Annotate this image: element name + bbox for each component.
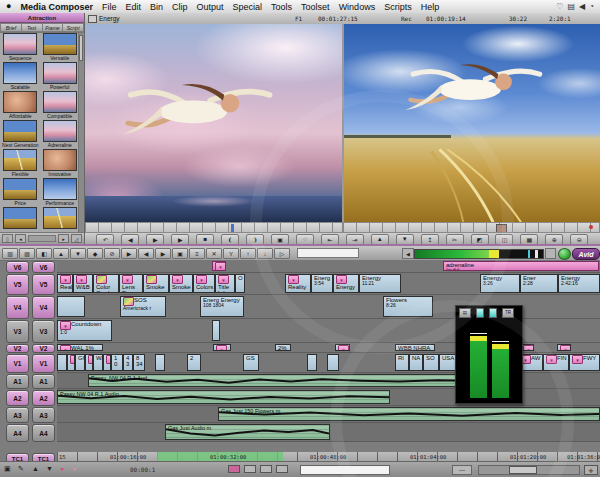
record-track-button-a4[interactable]: A4 <box>32 424 55 442</box>
clock-icon[interactable]: ◔ <box>589 2 594 11</box>
effect-icon[interactable]: ▾ <box>122 275 133 284</box>
remove-effect-icon[interactable]: ⊘ <box>104 248 120 259</box>
record-track-button-v2[interactable]: V2 <box>32 344 55 353</box>
effect-icon[interactable]: ▾ <box>572 355 583 364</box>
bin-footer-scrollbar[interactable] <box>28 235 56 242</box>
source-track-button-a3[interactable]: A3 <box>6 407 29 423</box>
bin-clip-item-13[interactable] <box>42 207 79 233</box>
meter-menu-arrow-icon[interactable]: ◀ <box>402 248 414 259</box>
bin-title-bar[interactable]: Attraction <box>0 13 84 23</box>
splice-in-icon[interactable]: ▲ <box>371 234 389 245</box>
status-green-light[interactable] <box>558 248 571 260</box>
timeline-clip[interactable]: Smoke <box>143 274 169 293</box>
timeline-clip[interactable]: ▾Smoke <box>169 274 193 293</box>
bin-clip-price[interactable]: Price <box>2 178 39 207</box>
effect-mode-icon[interactable]: ▦ <box>520 234 538 245</box>
collapse-icon[interactable]: ≡ <box>189 248 205 259</box>
timeline-clip[interactable]: Passy NW 04 R.1 Audio <box>57 390 390 404</box>
clip-thumbnail[interactable] <box>43 207 77 229</box>
timeline-clip[interactable]: GUN <box>75 354 85 371</box>
lift-icon[interactable]: ↥ <box>421 234 439 245</box>
bin-resize-icon[interactable]: ◿ <box>71 234 82 243</box>
segment-lift-icon[interactable]: ▥ <box>2 248 18 259</box>
menu-file[interactable]: File <box>102 2 117 12</box>
timeline-clip[interactable]: Energy11:21 <box>359 274 401 293</box>
toggle-3-button[interactable] <box>276 465 288 473</box>
splice-icon[interactable]: ▲ <box>53 248 69 259</box>
toggle-2-button[interactable] <box>260 465 272 473</box>
clear-marks-icon[interactable]: ◌ <box>296 234 314 245</box>
apple-menu-icon[interactable]: ● <box>6 2 11 11</box>
step-forward-icon[interactable]: ▶ <box>146 234 164 245</box>
timeline-clip[interactable]: RI <box>395 354 409 371</box>
play-icon[interactable]: ▶ <box>121 248 137 259</box>
timeline-clip[interactable]: ▾Colors <box>193 274 215 293</box>
clip-thumbnail[interactable] <box>3 149 37 171</box>
source-position-indicator[interactable] <box>231 224 234 232</box>
clip-thumbnail[interactable] <box>43 62 77 84</box>
timeline-scroll-thumb[interactable] <box>509 466 537 474</box>
timeline-clip[interactable]: SO <box>423 354 439 371</box>
menu-special[interactable]: Special <box>233 2 263 12</box>
timeline-clip[interactable]: Flowers8:26 <box>383 296 433 317</box>
play-icon[interactable]: ▶ <box>171 234 189 245</box>
clip-thumbnail[interactable] <box>43 91 77 113</box>
menu-scripts[interactable]: Scripts <box>384 2 412 12</box>
bin-clip-scalable[interactable]: Scalable <box>2 62 39 91</box>
effect-icon[interactable]: ▾ <box>546 355 557 364</box>
mark-in-icon[interactable]: ❨ <box>221 234 239 245</box>
source-track-button-v6[interactable]: V6 <box>6 261 29 273</box>
overwrite-icon[interactable]: ▼ <box>396 234 414 245</box>
source-track-button-v1[interactable]: V1 <box>6 354 29 373</box>
timeline-clip[interactable] <box>327 354 339 371</box>
timeline-clip[interactable]: ▾WAL 1% <box>57 344 103 351</box>
bin-tab-script[interactable]: Script <box>63 23 84 32</box>
meter-menu-icon[interactable]: ▤ <box>459 308 471 318</box>
timeline-clip[interactable]: Passy_NW 04 R.1 Aud <box>88 374 478 387</box>
timeline-clip[interactable]: WBB NHRA <box>395 344 435 351</box>
source-track-button-v5[interactable]: V5 <box>6 274 29 295</box>
step-back-icon[interactable]: ◀ <box>121 234 139 245</box>
clip-thumbnail[interactable] <box>43 120 77 142</box>
record-track-button-a1[interactable]: A1 <box>32 374 55 389</box>
app-title[interactable]: Media Composer <box>20 2 93 12</box>
menu-bin[interactable]: Bin <box>150 2 163 12</box>
bin-scroll-thumb[interactable] <box>79 35 83 61</box>
menu-help[interactable]: Help <box>421 2 440 12</box>
record-track-button-v1[interactable]: V1 <box>32 354 55 373</box>
triangle-down-icon[interactable]: ▼ <box>46 465 53 472</box>
bin-tab-frame[interactable]: Frame <box>43 23 64 32</box>
bin-clip-compatible[interactable]: Compatible <box>42 91 79 120</box>
meter-right-indicator[interactable] <box>489 308 497 318</box>
source-track-button-a2[interactable]: A2 <box>6 390 29 406</box>
fork-icon[interactable]: Y <box>223 248 239 259</box>
trim-mode-icon[interactable]: ◫ <box>495 234 513 245</box>
delete-icon[interactable]: ✕ <box>206 248 222 259</box>
timeline-clip[interactable]: Energy3:26 <box>480 274 520 293</box>
timeline-clip[interactable]: 2% <box>275 344 291 351</box>
timeline-clip[interactable]: Gas Just 150 Flowers m <box>218 407 600 421</box>
bin-clip-versatile[interactable]: Versatile <box>42 33 79 62</box>
timeline-clip[interactable]: Color Grad <box>93 274 119 293</box>
record-track-button-a3[interactable]: A3 <box>32 407 55 423</box>
timeline-clip[interactable]: ▾Reality <box>57 274 73 293</box>
source-track-button-v3[interactable]: V3 <box>6 320 29 343</box>
go-to-end-icon[interactable]: ⇥ <box>346 234 364 245</box>
stop-icon[interactable]: ■ <box>196 234 214 245</box>
match-frame-icon[interactable]: ▣ <box>172 248 188 259</box>
timeline-clip[interactable]: 1 0 <box>111 354 123 371</box>
clip-thumbnail[interactable] <box>3 120 37 142</box>
color-effect-icon[interactable] <box>96 275 107 284</box>
menu-edit[interactable]: Edit <box>125 2 141 12</box>
bin-clip-performance[interactable]: Performance <box>42 178 79 207</box>
timeline-clip[interactable]: ▾FWY <box>569 354 600 371</box>
timeline-clip[interactable]: 4 3 <box>123 354 133 371</box>
effect-icon[interactable]: ▾ <box>338 345 349 351</box>
source-track-button-a1[interactable]: A1 <box>6 374 29 389</box>
step-in-icon[interactable]: ◀ <box>138 248 154 259</box>
bin-tab-brief[interactable]: Brief <box>0 23 22 32</box>
timeline-search-field[interactable] <box>300 465 390 475</box>
timeline-clip[interactable]: GS <box>243 354 259 371</box>
timeline-clip[interactable]: ▾ <box>213 344 231 351</box>
timeline-clip[interactable]: Ener2:28 <box>520 274 558 293</box>
